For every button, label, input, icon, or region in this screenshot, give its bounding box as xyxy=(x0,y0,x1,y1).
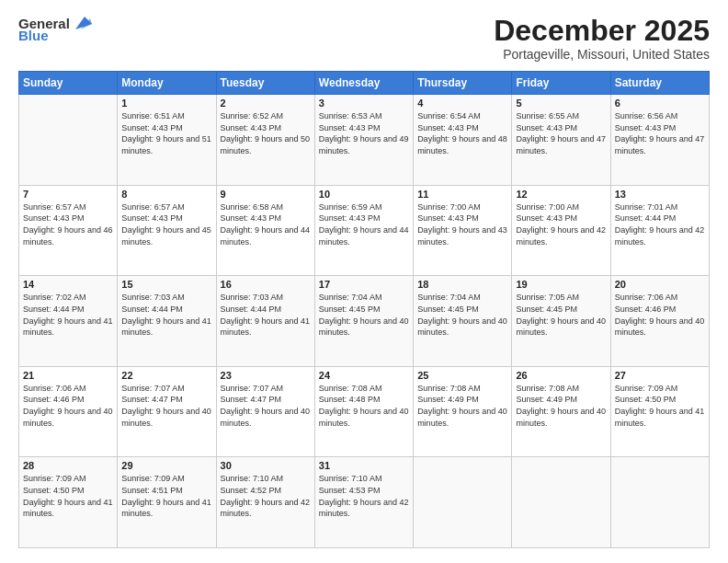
calendar-header: Sunday Monday Tuesday Wednesday Thursday… xyxy=(19,72,710,95)
day-number: 30 xyxy=(221,460,311,471)
logo-blue: Blue xyxy=(18,28,49,43)
calendar-cell: 9Sunrise: 6:58 AMSunset: 4:43 PMDaylight… xyxy=(216,185,314,276)
day-number: 14 xyxy=(23,279,113,290)
day-number: 12 xyxy=(516,189,606,200)
calendar-cell: 5Sunrise: 6:55 AMSunset: 4:43 PMDaylight… xyxy=(512,95,610,186)
cell-sun-info: Sunrise: 7:03 AMSunset: 4:44 PMDaylight:… xyxy=(221,292,311,338)
calendar-cell: 15Sunrise: 7:03 AMSunset: 4:44 PMDayligh… xyxy=(118,276,216,367)
header-sunday: Sunday xyxy=(19,72,118,95)
logo-icon xyxy=(72,15,92,31)
calendar-cell: 23Sunrise: 7:07 AMSunset: 4:47 PMDayligh… xyxy=(216,366,314,457)
cell-sun-info: Sunrise: 7:10 AMSunset: 4:52 PMDaylight:… xyxy=(221,473,311,519)
cell-sun-info: Sunrise: 6:57 AMSunset: 4:43 PMDaylight:… xyxy=(121,201,211,247)
cell-sun-info: Sunrise: 7:08 AMSunset: 4:48 PMDaylight:… xyxy=(319,383,409,429)
day-number: 28 xyxy=(23,460,113,471)
calendar-cell: 20Sunrise: 7:06 AMSunset: 4:46 PMDayligh… xyxy=(610,276,709,367)
day-number: 25 xyxy=(417,370,507,381)
day-number: 18 xyxy=(417,279,507,290)
cell-sun-info: Sunrise: 6:53 AMSunset: 4:43 PMDaylight:… xyxy=(319,110,409,156)
calendar-cell: 26Sunrise: 7:08 AMSunset: 4:49 PMDayligh… xyxy=(512,366,610,457)
cell-sun-info: Sunrise: 7:00 AMSunset: 4:43 PMDaylight:… xyxy=(516,201,606,247)
calendar-week-4: 28Sunrise: 7:09 AMSunset: 4:50 PMDayligh… xyxy=(19,457,710,548)
day-number: 6 xyxy=(615,98,705,109)
cell-sun-info: Sunrise: 7:06 AMSunset: 4:46 PMDaylight:… xyxy=(615,292,705,338)
day-number: 22 xyxy=(121,370,211,381)
header-row: Sunday Monday Tuesday Wednesday Thursday… xyxy=(19,72,710,95)
day-number: 24 xyxy=(319,370,409,381)
calendar-cell: 28Sunrise: 7:09 AMSunset: 4:50 PMDayligh… xyxy=(19,457,118,548)
calendar-cell xyxy=(19,95,118,186)
cell-sun-info: Sunrise: 7:04 AMSunset: 4:45 PMDaylight:… xyxy=(417,292,507,338)
calendar-week-2: 14Sunrise: 7:02 AMSunset: 4:44 PMDayligh… xyxy=(19,276,710,367)
logo: General Blue xyxy=(18,15,92,43)
calendar-cell: 19Sunrise: 7:05 AMSunset: 4:45 PMDayligh… xyxy=(512,276,610,367)
day-number: 23 xyxy=(221,370,311,381)
calendar-cell: 18Sunrise: 7:04 AMSunset: 4:45 PMDayligh… xyxy=(414,276,512,367)
calendar-cell: 11Sunrise: 7:00 AMSunset: 4:43 PMDayligh… xyxy=(414,185,512,276)
calendar-cell xyxy=(610,457,709,548)
day-number: 11 xyxy=(417,189,507,200)
day-number: 7 xyxy=(23,189,113,200)
cell-sun-info: Sunrise: 7:09 AMSunset: 4:51 PMDaylight:… xyxy=(121,473,211,519)
cell-sun-info: Sunrise: 6:54 AMSunset: 4:43 PMDaylight:… xyxy=(417,110,507,156)
calendar-week-1: 7Sunrise: 6:57 AMSunset: 4:43 PMDaylight… xyxy=(19,185,710,276)
cell-sun-info: Sunrise: 7:01 AMSunset: 4:44 PMDaylight:… xyxy=(615,201,705,247)
day-number: 21 xyxy=(23,370,113,381)
calendar-cell: 17Sunrise: 7:04 AMSunset: 4:45 PMDayligh… xyxy=(314,276,413,367)
title-block: December 2025 Portageville, Missouri, Un… xyxy=(494,15,710,62)
calendar-cell: 25Sunrise: 7:08 AMSunset: 4:49 PMDayligh… xyxy=(414,366,512,457)
cell-sun-info: Sunrise: 7:08 AMSunset: 4:49 PMDaylight:… xyxy=(516,383,606,429)
day-number: 5 xyxy=(516,98,606,109)
calendar-cell: 3Sunrise: 6:53 AMSunset: 4:43 PMDaylight… xyxy=(314,95,413,186)
day-number: 31 xyxy=(319,460,409,471)
header-thursday: Thursday xyxy=(414,72,512,95)
cell-sun-info: Sunrise: 7:08 AMSunset: 4:49 PMDaylight:… xyxy=(417,383,507,429)
calendar-week-3: 21Sunrise: 7:06 AMSunset: 4:46 PMDayligh… xyxy=(19,366,710,457)
header-monday: Monday xyxy=(118,72,216,95)
cell-sun-info: Sunrise: 6:52 AMSunset: 4:43 PMDaylight:… xyxy=(221,110,311,156)
calendar-cell xyxy=(512,457,610,548)
day-number: 4 xyxy=(417,98,507,109)
page: General Blue December 2025 Portageville,… xyxy=(0,0,728,563)
calendar-cell: 21Sunrise: 7:06 AMSunset: 4:46 PMDayligh… xyxy=(19,366,118,457)
cell-sun-info: Sunrise: 7:00 AMSunset: 4:43 PMDaylight:… xyxy=(417,201,507,247)
day-number: 29 xyxy=(121,460,211,471)
day-number: 19 xyxy=(516,279,606,290)
header-saturday: Saturday xyxy=(610,72,709,95)
cell-sun-info: Sunrise: 7:04 AMSunset: 4:45 PMDaylight:… xyxy=(319,292,409,338)
day-number: 2 xyxy=(221,98,311,109)
cell-sun-info: Sunrise: 7:03 AMSunset: 4:44 PMDaylight:… xyxy=(121,292,211,338)
day-number: 10 xyxy=(319,189,409,200)
cell-sun-info: Sunrise: 6:55 AMSunset: 4:43 PMDaylight:… xyxy=(516,110,606,156)
header: General Blue December 2025 Portageville,… xyxy=(18,15,710,62)
calendar-cell: 13Sunrise: 7:01 AMSunset: 4:44 PMDayligh… xyxy=(610,185,709,276)
cell-sun-info: Sunrise: 7:07 AMSunset: 4:47 PMDaylight:… xyxy=(121,383,211,429)
calendar-cell: 27Sunrise: 7:09 AMSunset: 4:50 PMDayligh… xyxy=(610,366,709,457)
day-number: 9 xyxy=(221,189,311,200)
day-number: 13 xyxy=(615,189,705,200)
day-number: 15 xyxy=(121,279,211,290)
header-friday: Friday xyxy=(512,72,610,95)
calendar-cell: 24Sunrise: 7:08 AMSunset: 4:48 PMDayligh… xyxy=(314,366,413,457)
calendar-cell: 2Sunrise: 6:52 AMSunset: 4:43 PMDaylight… xyxy=(216,95,314,186)
day-number: 26 xyxy=(516,370,606,381)
header-wednesday: Wednesday xyxy=(314,72,413,95)
cell-sun-info: Sunrise: 6:57 AMSunset: 4:43 PMDaylight:… xyxy=(23,201,113,247)
calendar-body: 1Sunrise: 6:51 AMSunset: 4:43 PMDaylight… xyxy=(19,95,710,548)
calendar-cell: 12Sunrise: 7:00 AMSunset: 4:43 PMDayligh… xyxy=(512,185,610,276)
calendar-cell: 30Sunrise: 7:10 AMSunset: 4:52 PMDayligh… xyxy=(216,457,314,548)
location: Portageville, Missouri, United States xyxy=(494,47,710,62)
cell-sun-info: Sunrise: 7:10 AMSunset: 4:53 PMDaylight:… xyxy=(319,473,409,519)
day-number: 8 xyxy=(121,189,211,200)
cell-sun-info: Sunrise: 6:56 AMSunset: 4:43 PMDaylight:… xyxy=(615,110,705,156)
day-number: 3 xyxy=(319,98,409,109)
cell-sun-info: Sunrise: 6:51 AMSunset: 4:43 PMDaylight:… xyxy=(121,110,211,156)
calendar-cell: 1Sunrise: 6:51 AMSunset: 4:43 PMDaylight… xyxy=(118,95,216,186)
calendar-cell: 10Sunrise: 6:59 AMSunset: 4:43 PMDayligh… xyxy=(314,185,413,276)
day-number: 16 xyxy=(221,279,311,290)
cell-sun-info: Sunrise: 7:02 AMSunset: 4:44 PMDaylight:… xyxy=(23,292,113,338)
day-number: 17 xyxy=(319,279,409,290)
calendar-cell xyxy=(414,457,512,548)
day-number: 1 xyxy=(121,98,211,109)
cell-sun-info: Sunrise: 7:09 AMSunset: 4:50 PMDaylight:… xyxy=(615,383,705,429)
